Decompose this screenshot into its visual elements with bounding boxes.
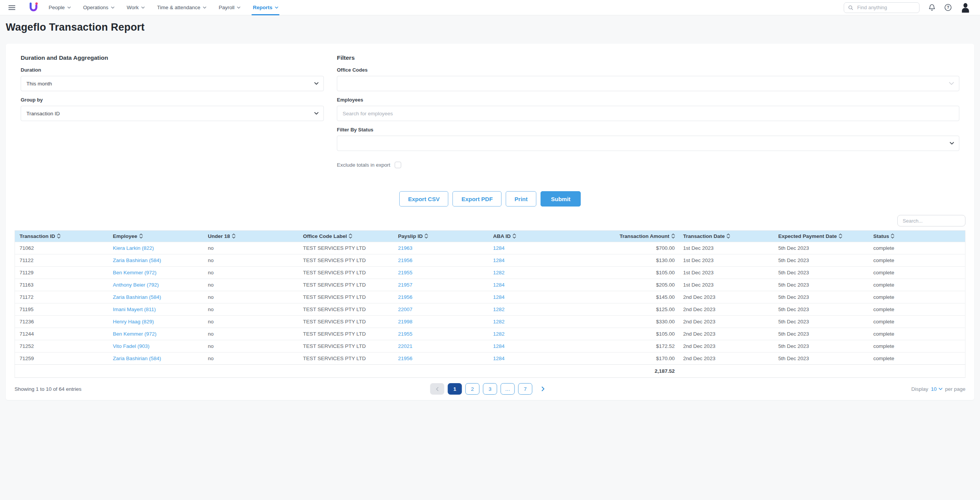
sort-icon[interactable] [425,233,428,239]
column-header-transaction-id[interactable]: Transaction ID [15,231,110,242]
table-cell[interactable]: Anthony Beier (792) [110,279,205,291]
global-search[interactable] [844,2,920,13]
global-search-input[interactable] [856,4,915,11]
table-cell[interactable]: 21998 [395,316,490,328]
table-search-input[interactable] [897,215,965,226]
table-cell[interactable]: 1282 [490,303,585,316]
export-csv-button[interactable]: Export CSV [399,191,449,207]
table-cell[interactable]: 1282 [490,328,585,340]
sort-icon[interactable] [57,233,60,239]
table-cell[interactable]: 1282 [490,316,585,328]
sort-icon[interactable] [727,233,730,239]
pagination-page-3[interactable]: 3 [483,383,497,395]
table-cell[interactable]: 21957 [395,279,490,291]
nav-item-operations[interactable]: Operations [83,0,114,15]
sort-icon[interactable] [891,233,894,239]
pagination-page-1[interactable]: 1 [448,383,462,395]
sort-icon[interactable] [232,233,235,239]
nav-item-reports[interactable]: Reports [253,0,278,15]
table-cell[interactable]: 22007 [395,303,490,316]
column-header-aba-id[interactable]: ABA ID [490,231,585,242]
sort-icon[interactable] [839,233,842,239]
notifications-bell-icon[interactable] [929,4,935,11]
duration-select[interactable]: This month [21,76,324,91]
table-cell[interactable]: 1284 [490,279,585,291]
table-cell[interactable]: 1284 [490,352,585,365]
sort-icon[interactable] [513,233,516,239]
exclude-totals-checkbox[interactable] [395,162,401,168]
pagination-page-7[interactable]: 7 [518,383,532,395]
office-codes-multiselect[interactable] [337,76,959,91]
sort-icon[interactable] [139,233,143,239]
column-header-expected-payment-date[interactable]: Expected Payment Date [775,231,870,242]
employees-search-input[interactable] [337,106,959,121]
pagination-next-button[interactable] [536,383,550,395]
table-cell[interactable]: 21956 [395,352,490,365]
submit-button[interactable]: Submit [541,191,581,207]
table-cell: TEST SERVICES PTY LTD [300,303,395,316]
table-row: 71244Ben Kemmer (972)noTEST SERVICES PTY… [15,328,965,340]
table-cell[interactable]: Kiera Larkin (822) [110,242,205,254]
table-cell[interactable]: 1284 [490,254,585,267]
table-cell: 71172 [15,291,110,303]
print-button[interactable]: Print [506,191,536,207]
nav-item-work[interactable]: Work [127,0,145,15]
actions-row: Export CSV Export PDF Print Submit [15,191,965,207]
column-header-under-18[interactable]: Under 18 [205,231,300,242]
table-cell: 5th Dec 2023 [775,316,870,328]
table-cell[interactable]: Ben Kemmer (972) [110,267,205,279]
table-cell[interactable]: Henry Haag (829) [110,316,205,328]
nav-item-payroll[interactable]: Payroll [219,0,240,15]
table-cell[interactable]: 22021 [395,340,490,352]
group-by-select[interactable]: Transaction ID [21,106,324,121]
help-icon[interactable]: ? [944,4,952,11]
table-cell[interactable]: Vito Fadel (903) [110,340,205,352]
nav-item-time-attendance[interactable]: Time & attendance [157,0,206,15]
table-cell[interactable]: Zaria Bashirian (584) [110,352,205,365]
table-cell[interactable]: Zaria Bashirian (584) [110,291,205,303]
nav-item-label: Reports [253,5,272,10]
duration-section-heading: Duration and Data Aggregation [21,54,324,61]
app-logo[interactable] [29,2,38,13]
table-cell[interactable]: 1284 [490,291,585,303]
column-header-transaction-amount[interactable]: Transaction Amount [585,231,680,242]
table-cell: complete [870,328,965,340]
table-cell[interactable]: 21955 [395,267,490,279]
export-pdf-button[interactable]: Export PDF [452,191,501,207]
total-row-spacer [300,365,395,378]
table-cell[interactable]: 21963 [395,242,490,254]
pagination-page-2[interactable]: 2 [466,383,480,395]
table-cell[interactable]: Zaria Bashirian (584) [110,254,205,267]
table-cell: 2nd Dec 2023 [680,291,775,303]
table-cell[interactable]: 1284 [490,340,585,352]
user-avatar[interactable] [961,3,970,13]
sort-icon[interactable] [671,233,675,239]
per-page-select[interactable]: 10 [931,386,942,392]
sort-icon[interactable] [349,233,352,239]
table-cell[interactable]: 1284 [490,242,585,254]
employees-label: Employees [337,97,959,103]
table-cell: 71259 [15,352,110,365]
table-cell[interactable]: 21956 [395,254,490,267]
column-header-payslip-id[interactable]: Payslip ID [395,231,490,242]
column-header-transaction-date[interactable]: Transaction Date [680,231,775,242]
filter-by-status-select[interactable] [337,136,959,151]
table-cell[interactable]: 21956 [395,291,490,303]
table-cell: TEST SERVICES PTY LTD [300,328,395,340]
hamburger-menu-icon[interactable] [8,5,15,10]
column-header-status[interactable]: Status [870,231,965,242]
table-cell: $125.00 [585,303,680,316]
column-header-label: ABA ID [493,233,511,239]
table-cell[interactable]: Ben Kemmer (972) [110,328,205,340]
table-cell[interactable]: 21955 [395,328,490,340]
column-header-office-code-label[interactable]: Office Code Label [300,231,395,242]
pagination-prev-button[interactable] [430,383,444,395]
table-cell[interactable]: 1282 [490,267,585,279]
chevron-down-icon [111,7,114,9]
pagination-ellipsis-button[interactable]: … [501,383,515,395]
column-header-employee[interactable]: Employee [110,231,205,242]
nav-item-people[interactable]: People [49,0,71,15]
table-row: 71252Vito Fadel (903)noTEST SERVICES PTY… [15,340,965,352]
table-cell[interactable]: Imani Mayert (811) [110,303,205,316]
table-cell: no [205,340,300,352]
